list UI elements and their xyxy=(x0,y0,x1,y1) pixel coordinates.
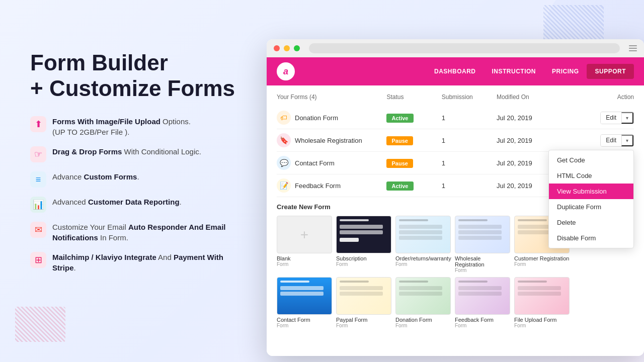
template-subscription[interactable]: Subscription Form xyxy=(336,216,391,273)
form-icon-donation: 🏷 xyxy=(277,111,291,125)
edit-btn-wholesale[interactable]: Edit xyxy=(601,135,621,146)
feature-reporting: 📊 Advanced Customer Data Reporting. xyxy=(30,197,247,213)
cell-submission-donation: 1 xyxy=(442,114,497,122)
feature-email-text: Customize Your Email Auto Responder And … xyxy=(52,222,247,243)
template-type-feedback-form: Form xyxy=(455,323,510,328)
email-icon: ✉ xyxy=(30,222,46,238)
form-name-feedback: Feedback Form xyxy=(295,182,341,190)
template-blank[interactable]: + Blank Form xyxy=(277,216,332,273)
status-badge-donation: Active xyxy=(386,114,413,123)
context-menu-duplicate[interactable]: Duplicate Form xyxy=(549,199,633,215)
template-name-subscription: Subscription xyxy=(336,255,391,261)
browser-titlebar xyxy=(267,39,644,57)
browser-dot-minimize[interactable] xyxy=(284,45,290,51)
browser-dot-maximize[interactable] xyxy=(294,45,300,51)
template-type-subscription: Form xyxy=(336,261,391,267)
feature-drag-text: Drag & Drop Forms With Conditional Logic… xyxy=(52,146,201,157)
payment-icon: ⊞ xyxy=(30,252,46,268)
edit-btn-donation[interactable]: Edit xyxy=(601,112,621,124)
template-type-contact-form: Form xyxy=(277,323,332,328)
form-name-contact: Contact Form xyxy=(295,159,335,167)
status-badge-feedback: Active xyxy=(386,182,413,191)
template-type-order: Form xyxy=(395,261,451,267)
context-menu-view-submission[interactable]: View Submission xyxy=(549,184,633,199)
status-badge-wholesale: Pause xyxy=(386,136,413,145)
template-thumb-paypal xyxy=(336,277,391,315)
form-icon-contact: 💬 xyxy=(277,156,291,170)
browser-address-bar[interactable] xyxy=(309,43,620,53)
template-thumb-contact xyxy=(277,277,332,315)
feature-payment: ⊞ Mailchimp / Klaviyo Integrate And Paym… xyxy=(30,252,247,273)
template-fileupload[interactable]: File Upload Form Form xyxy=(514,277,570,328)
cell-submission-contact: 1 xyxy=(442,159,497,167)
template-name-wholesale-reg: Wholesale Registration xyxy=(455,255,510,267)
feature-upload-text: Forms With Image/File Upload Options.(UP… xyxy=(52,116,191,137)
feature-drag: ☞ Drag & Drop Forms With Conditional Log… xyxy=(30,146,247,162)
template-thumb-order xyxy=(395,216,451,253)
feature-custom-text: Advance Custom Forms. xyxy=(52,171,139,182)
dropdown-btn-donation[interactable]: ▾ xyxy=(621,112,633,124)
template-thumb-donation xyxy=(395,277,451,315)
template-feedback[interactable]: Feedback Form Form xyxy=(455,277,510,328)
template-wholesale[interactable]: Wholesale Registration Form xyxy=(455,216,510,273)
table-row: 🔖 Wholesale Registration Pause 1 Jul 20,… xyxy=(277,129,634,152)
template-name-contact-form: Contact Form xyxy=(277,317,332,323)
main-title: Form Builder + Customize Forms xyxy=(30,50,247,101)
templates-row-2: Contact Form Form Paypal Form Form xyxy=(277,277,634,328)
template-contact[interactable]: Contact Form Form xyxy=(277,277,332,328)
browser-menu-icon[interactable] xyxy=(629,45,637,51)
form-name-donation: Donation Form xyxy=(295,114,338,122)
feature-custom: ≡ Advance Custom Forms. xyxy=(30,171,247,188)
context-menu: Get Code HTML Code View Submission Dupli… xyxy=(548,150,634,248)
status-badge-contact: Pause xyxy=(386,159,413,168)
template-name-customer: Customer Registration xyxy=(514,255,570,261)
browser-window: a DASHBOARD INSTRUCTION PRICING SUPPORT … xyxy=(267,39,644,356)
template-paypal[interactable]: Paypal Form Form xyxy=(336,277,391,328)
reporting-icon: 📊 xyxy=(30,197,46,213)
feature-email: ✉ Customize Your Email Auto Responder An… xyxy=(30,222,247,243)
cell-modified-donation: Jul 20, 2019 xyxy=(497,114,579,122)
nav-support[interactable]: SUPPORT xyxy=(587,64,634,79)
col-header-submission: Submission xyxy=(442,94,497,101)
template-donation[interactable]: Donation Form Form xyxy=(395,277,451,328)
template-name-donation-form: Donation Form xyxy=(395,317,451,323)
nav-dashboard[interactable]: DASHBOARD xyxy=(426,64,484,79)
browser-dot-close[interactable] xyxy=(274,45,280,51)
context-menu-disable[interactable]: Disable Form xyxy=(549,230,633,246)
feature-payment-text: Mailchimp / Klaviyo Integrate And Paymen… xyxy=(52,252,247,273)
dropdown-btn-wholesale[interactable]: ▾ xyxy=(621,135,633,146)
template-name-feedback-form: Feedback Form xyxy=(455,317,510,323)
context-menu-get-code[interactable]: Get Code xyxy=(549,152,633,168)
cell-modified-wholesale: Jul 20, 2019 xyxy=(497,137,579,144)
context-menu-delete[interactable]: Delete xyxy=(549,215,633,230)
template-order[interactable]: Order/returns/warranty Form xyxy=(395,216,451,273)
cell-submission-wholesale: 1 xyxy=(442,137,497,144)
bg-stripe-bottom-left xyxy=(15,307,65,342)
feature-upload: ⬆ Forms With Image/File Upload Options.(… xyxy=(30,116,247,137)
app-navbar: a DASHBOARD INSTRUCTION PRICING SUPPORT xyxy=(267,57,644,85)
edit-btn-group-donation[interactable]: Edit ▾ xyxy=(600,112,634,124)
form-icon-feedback: 📝 xyxy=(277,178,291,193)
nav-pricing[interactable]: PRICING xyxy=(544,64,587,79)
template-type-fileupload: Form xyxy=(514,323,570,328)
col-header-action: Action xyxy=(579,94,634,101)
col-header-modified: Modified On xyxy=(497,94,579,101)
edit-btn-group-wholesale[interactable]: Edit ▾ xyxy=(600,134,634,147)
nav-links: DASHBOARD INSTRUCTION PRICING SUPPORT xyxy=(426,64,634,79)
template-thumb-fileupload xyxy=(514,277,570,315)
feature-reporting-text: Advanced Customer Data Reporting. xyxy=(52,197,182,207)
template-type-blank: Form xyxy=(277,261,332,267)
left-panel: Form Builder + Customize Forms ⬆ Forms W… xyxy=(30,50,247,273)
nav-instruction[interactable]: INSTRUCTION xyxy=(484,64,544,79)
template-thumb-wholesale xyxy=(455,216,510,253)
context-menu-html-code[interactable]: HTML Code xyxy=(549,168,633,184)
table-row: 🏷 Donation Form Active 1 Jul 20, 2019 Ed… xyxy=(277,107,634,129)
feature-list: ⬆ Forms With Image/File Upload Options.(… xyxy=(30,116,247,273)
template-thumb-subscription xyxy=(336,216,391,253)
template-name-order: Order/returns/warranty xyxy=(395,255,451,261)
upload-icon: ⬆ xyxy=(30,116,46,132)
cell-submission-feedback: 1 xyxy=(442,182,497,190)
template-type-donation-form: Form xyxy=(395,323,451,328)
template-thumb-blank: + xyxy=(277,216,332,253)
form-name-wholesale: Wholesale Registration xyxy=(295,137,362,144)
